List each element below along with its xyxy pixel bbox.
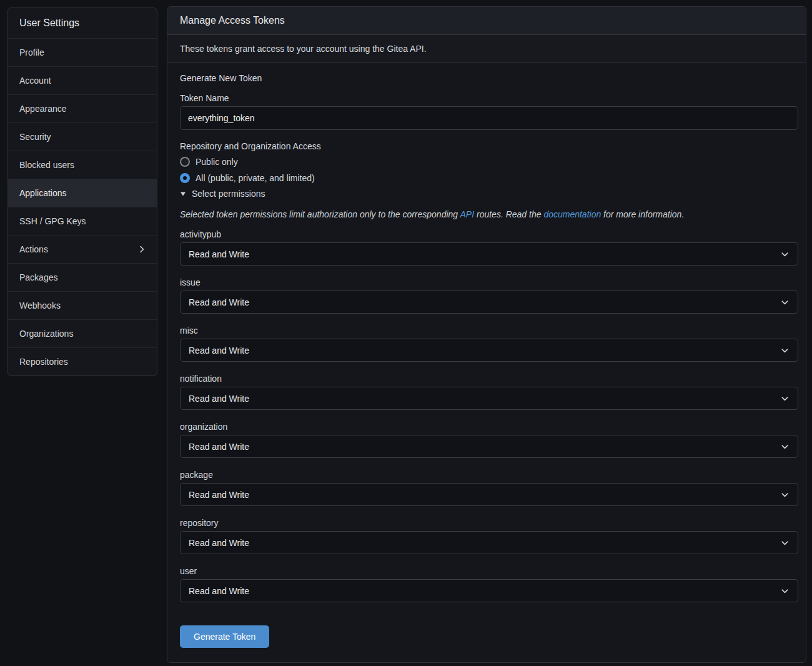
scope-group-activitypub: activitypub Read and Write	[180, 229, 793, 266]
radio-public-only[interactable]: Public only	[180, 156, 793, 167]
scope-group-issue: issue Read and Write	[180, 277, 793, 314]
sidebar-item-label: SSH / GPG Keys	[19, 216, 86, 226]
sidebar-item-account[interactable]: Account	[8, 66, 157, 94]
scope-select-value: Read and Write	[189, 394, 249, 404]
generate-token-button[interactable]: Generate Token	[180, 625, 269, 648]
chevron-down-icon	[780, 587, 790, 598]
scope-select-issue[interactable]: Read and Write	[180, 291, 798, 314]
sidebar-item-label: Profile	[19, 47, 44, 57]
sidebar-item-applications[interactable]: Applications	[8, 179, 157, 207]
generate-token-form: Generate New Token Token Name Repository…	[167, 62, 806, 662]
scope-group-organization: organization Read and Write	[180, 422, 793, 458]
sidebar-item-ssh-gpg-keys[interactable]: SSH / GPG Keys	[8, 207, 157, 235]
sidebar-item-packages[interactable]: Packages	[8, 263, 157, 291]
radio-button-icon[interactable]	[180, 157, 190, 167]
radio-all-access[interactable]: All (public, private, and limited)	[180, 172, 793, 184]
sidebar-item-label: Repositories	[19, 357, 68, 367]
scope-group-notification: notification Read and Write	[180, 374, 793, 410]
scope-label: repository	[180, 518, 793, 528]
scope-select-value: Read and Write	[189, 297, 249, 307]
scope-select-value: Read and Write	[189, 586, 249, 596]
sidebar-item-label: Packages	[19, 272, 57, 282]
token-name-label: Token Name	[180, 93, 793, 103]
section-title: Generate New Token	[180, 73, 793, 83]
radio-label: All (public, private, and limited)	[196, 173, 315, 183]
sidebar-item-actions[interactable]: Actions	[8, 235, 157, 263]
permissions-note: Selected token permissions limit authori…	[180, 209, 793, 219]
sidebar-item-label: Actions	[19, 244, 48, 254]
panel-description: These tokens grant access to your accoun…	[167, 35, 806, 62]
chevron-down-icon	[780, 442, 790, 454]
scope-select-value: Read and Write	[189, 538, 249, 548]
sidebar-item-profile[interactable]: Profile	[8, 38, 157, 66]
sidebar-item-repositories[interactable]: Repositories	[8, 347, 157, 375]
sidebar-item-label: Account	[19, 76, 51, 86]
note-text: for more information.	[601, 209, 684, 219]
scope-label: activitypub	[180, 229, 793, 239]
chevron-down-icon	[780, 250, 790, 261]
scope-select-package[interactable]: Read and Write	[180, 483, 798, 506]
scope-select-value: Read and Write	[189, 249, 249, 259]
sidebar-title: User Settings	[8, 8, 157, 38]
sidebar-item-security[interactable]: Security	[8, 122, 157, 151]
sidebar-item-label: Applications	[19, 188, 67, 198]
token-name-input[interactable]	[180, 106, 798, 130]
sidebar-item-label: Webhooks	[19, 301, 61, 311]
api-link[interactable]: API	[460, 209, 475, 219]
scope-select-value: Read and Write	[189, 345, 249, 355]
scope-select-organization[interactable]: Read and Write	[180, 435, 798, 458]
chevron-right-icon	[137, 244, 147, 254]
scope-label: issue	[180, 277, 793, 287]
sidebar-item-webhooks[interactable]: Webhooks	[8, 291, 157, 319]
radio-label: Public only	[196, 157, 238, 167]
scope-group-repository: repository Read and Write	[180, 518, 793, 554]
scope-group-package: package Read and Write	[180, 470, 793, 506]
scope-select-value: Read and Write	[189, 490, 249, 500]
sidebar-item-label: Organizations	[19, 329, 73, 339]
chevron-down-icon	[780, 394, 790, 405]
scope-label: organization	[180, 422, 793, 432]
scope-select-notification[interactable]: Read and Write	[180, 387, 798, 410]
chevron-down-icon	[780, 298, 790, 309]
select-permissions-label: Select permissions	[192, 189, 265, 199]
scope-group-user: user Read and Write	[180, 566, 793, 602]
scope-group-misc: misc Read and Write	[180, 326, 793, 362]
access-scope-label: Repository and Organization Access	[180, 141, 793, 151]
scope-label: package	[180, 470, 793, 480]
scope-label: misc	[180, 326, 793, 335]
scope-select-activitypub[interactable]: Read and Write	[180, 242, 798, 266]
chevron-down-icon	[780, 490, 790, 502]
select-permissions-toggle[interactable]: Select permissions	[180, 189, 793, 199]
panel-title: Manage Access Tokens	[167, 7, 806, 35]
radio-button-selected-icon[interactable]	[180, 173, 190, 183]
sidebar-item-organizations[interactable]: Organizations	[8, 319, 157, 347]
settings-sidebar: User Settings Profile Account Appearance…	[7, 7, 157, 376]
scope-select-value: Read and Write	[189, 442, 249, 452]
sidebar-item-appearance[interactable]: Appearance	[8, 94, 157, 122]
note-text: Selected token permissions limit authori…	[180, 209, 460, 219]
scope-select-repository[interactable]: Read and Write	[180, 531, 798, 554]
caret-down-icon	[180, 191, 186, 197]
documentation-link[interactable]: documentation	[543, 209, 601, 219]
sidebar-item-blocked-users[interactable]: Blocked users	[8, 151, 157, 179]
scope-label: user	[180, 566, 793, 576]
chevron-down-icon	[780, 539, 790, 550]
note-text: routes. Read the	[474, 209, 543, 219]
sidebar-item-label: Appearance	[19, 104, 67, 114]
scope-label: notification	[180, 374, 793, 384]
scope-select-misc[interactable]: Read and Write	[180, 339, 798, 362]
sidebar-item-label: Security	[19, 132, 51, 142]
manage-access-tokens-panel: Manage Access Tokens These tokens grant …	[167, 6, 806, 663]
sidebar-item-label: Blocked users	[19, 160, 74, 170]
chevron-down-icon	[780, 346, 790, 357]
scope-select-user[interactable]: Read and Write	[180, 579, 798, 602]
